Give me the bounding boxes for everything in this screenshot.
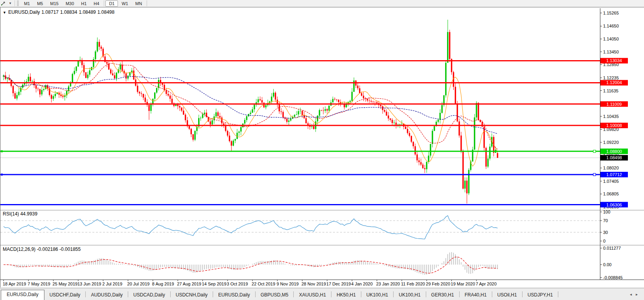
toolbar-separator xyxy=(104,0,104,6)
moving-average-21 xyxy=(4,63,498,149)
chart-tab-uk100-h1[interactable]: UK100,H1 xyxy=(394,291,425,300)
tab-separator xyxy=(558,291,558,297)
chart-tab-fra40-h1[interactable]: FRA40,H1 xyxy=(460,291,492,300)
date-axis-label: 20 Jul 2019 xyxy=(127,282,150,286)
toolbar-drag-grip[interactable] xyxy=(17,1,19,6)
price-badge-1.07712: 1.07712 xyxy=(600,172,628,177)
svg-text:1.10435: 1.10435 xyxy=(603,114,619,119)
svg-text:70: 70 xyxy=(603,218,608,223)
toolbar-separator xyxy=(15,0,15,6)
timeframe-button-m5[interactable]: M5 xyxy=(33,0,46,7)
svg-text:1.13450: 1.13450 xyxy=(603,50,619,54)
ohlc-open: 1.08717 xyxy=(42,9,59,15)
chart-tab-bar: EURUSD,DailyUSDCHF,DailyAUDUSD,DailyUSDC… xyxy=(0,288,644,300)
svg-text:100: 100 xyxy=(603,210,610,214)
price-axis: 1.152651.146501.140501.134501.128501.122… xyxy=(600,11,628,280)
svg-text:1.07712: 1.07712 xyxy=(606,172,622,177)
date-axis-label: 18 Apr 2019 xyxy=(3,282,26,286)
chart-tab-usdchf-daily[interactable]: USDCHF,Daily xyxy=(44,291,86,300)
chart-dropdown-caret-icon[interactable]: ▼ xyxy=(3,11,6,15)
svg-text:1.11009: 1.11009 xyxy=(607,102,622,107)
price-badge-1.06306: 1.06306 xyxy=(600,202,628,208)
timeframe-button-m1[interactable]: M1 xyxy=(20,0,33,7)
chart-canvas[interactable]: 1.152651.146501.140501.134501.128501.122… xyxy=(0,7,644,288)
chart-tab-usdjpy-h1[interactable]: USDJPY,H1 xyxy=(523,291,558,300)
svg-text:0: 0 xyxy=(603,239,605,243)
macd-signal-value: -0.001855 xyxy=(59,247,81,252)
chart-tab-xauusd-h1[interactable]: XAUUSD,H1 xyxy=(294,291,331,300)
chart-tab-hk50-h1[interactable]: HK50,H1 xyxy=(331,291,361,300)
timeframe-button-d1[interactable]: D1 xyxy=(105,0,118,7)
svg-text:1.15265: 1.15265 xyxy=(603,11,619,15)
date-axis-label: 2 Jul 2019 xyxy=(102,282,122,286)
chart-tab-usdcad-daily[interactable]: USDCAD,Daily xyxy=(128,291,170,300)
date-axis-label: 25 May 2019 xyxy=(53,282,78,286)
price-badge-1.12004: 1.12004 xyxy=(600,80,628,85)
chart-tab-uk100-h1[interactable]: UK100,H1 xyxy=(361,291,393,300)
date-axis-label: 23 Jan 2020 xyxy=(376,282,400,286)
date-axis-label: 28 Nov 2019 xyxy=(302,282,326,286)
chart-cursor-tool-icon[interactable] xyxy=(0,0,7,6)
svg-text:1.13034: 1.13034 xyxy=(606,58,622,63)
date-axis-label: 4 Jan 2020 xyxy=(351,282,372,286)
svg-text:1.06306: 1.06306 xyxy=(606,202,622,207)
macd-panel[interactable] xyxy=(4,252,498,275)
chart-tab-usdcnh-daily[interactable]: USDCNH,Daily xyxy=(171,291,213,300)
tab-scroll-left-icon[interactable]: ◂ xyxy=(630,292,636,296)
svg-text:1.09220: 1.09220 xyxy=(603,140,619,145)
svg-text:1.08020: 1.08020 xyxy=(603,166,619,170)
mt4-application-window: ▼ M1M5M15M30H1H4D1W1MN 1.152651.146501.1… xyxy=(0,0,644,300)
price-badge-1.11009: 1.11009 xyxy=(600,101,628,107)
main-price-panel[interactable] xyxy=(0,20,600,204)
svg-text:0.00: 0.00 xyxy=(603,262,611,267)
tab-scroll-arrows[interactable]: ◂▸ xyxy=(630,292,642,296)
ohlc-low: 1.08489 xyxy=(79,9,96,15)
chart-symbol-period: EURUSD,Daily xyxy=(8,9,40,15)
svg-text:1.11635: 1.11635 xyxy=(603,88,618,93)
timeframe-button-h1[interactable]: H1 xyxy=(77,0,90,7)
toolbar-separator xyxy=(147,0,147,6)
date-axis-label: 13 Jun 2019 xyxy=(77,282,101,286)
date-axis-label: 7 May 2019 xyxy=(28,282,50,286)
date-axis-label: 17 Dec 2019 xyxy=(326,282,351,286)
chart-tab-usoil-h1[interactable]: USOil,H1 xyxy=(492,291,522,300)
rsi-current-value: 44.9939 xyxy=(20,211,37,217)
date-axis-label: 22 Oct 2019 xyxy=(252,282,275,286)
chart-tab-eurusd-daily[interactable]: EURUSD,Daily xyxy=(213,291,255,300)
rsi-panel[interactable] xyxy=(0,215,600,239)
timeframe-button-m15[interactable]: M15 xyxy=(46,0,62,7)
svg-text:1.14050: 1.14050 xyxy=(603,37,619,41)
ohlc-high: 1.08834 xyxy=(60,9,77,15)
chart-tab-ger30-h1[interactable]: GER30,H1 xyxy=(426,291,459,300)
rsi-line xyxy=(4,215,498,239)
price-badge-1.10008: 1.10008 xyxy=(600,123,628,128)
svg-text:1.06805: 1.06805 xyxy=(603,191,619,196)
date-axis-label: 11 Feb 2020 xyxy=(401,282,425,286)
timeframe-button-mn[interactable]: MN xyxy=(132,0,145,7)
timeframe-button-m30[interactable]: M30 xyxy=(62,0,77,7)
chart-title: ▼EURUSD,Daily1.087171.088341.084891.0849… xyxy=(3,9,116,15)
macd-main-value: -0.002186 xyxy=(37,247,58,252)
date-axis-label: 19 Mar 2020 xyxy=(451,282,475,286)
svg-text:1.08800: 1.08800 xyxy=(606,149,622,154)
timeframe-button-h4[interactable]: H4 xyxy=(90,0,103,7)
chart-tab-gbpusd-m5[interactable]: GBPUSD,M5 xyxy=(256,291,294,300)
svg-text:1.07405: 1.07405 xyxy=(603,179,619,184)
svg-text:1.14650: 1.14650 xyxy=(603,24,619,28)
chart-tab-audusd-daily[interactable]: AUDUSD,Daily xyxy=(86,291,128,300)
chart-tab-eurusd-daily[interactable]: EURUSD,Daily xyxy=(1,290,44,300)
svg-text:0.011277: 0.011277 xyxy=(603,246,621,250)
date-axis-label: 27 Aug 2019 xyxy=(177,282,201,286)
svg-text:30: 30 xyxy=(603,230,608,235)
price-badge-1.08800: 1.08800 xyxy=(600,149,628,154)
date-axis-label: 3 Oct 2019 xyxy=(227,282,248,286)
date-axis-label: 7 Apr 2020 xyxy=(476,282,497,286)
date-axis-label: 8 Aug 2019 xyxy=(152,282,174,286)
tool-dropdown-caret-icon[interactable]: ▼ xyxy=(7,2,13,5)
svg-text:1.10008: 1.10008 xyxy=(606,123,622,128)
macd-signal-line xyxy=(4,257,498,273)
moving-average-8 xyxy=(4,54,498,166)
timeframe-button-w1[interactable]: W1 xyxy=(118,0,132,7)
chart-window: 1.152651.146501.140501.134501.128501.122… xyxy=(0,7,644,287)
tab-scroll-right-icon[interactable]: ▸ xyxy=(636,292,642,296)
